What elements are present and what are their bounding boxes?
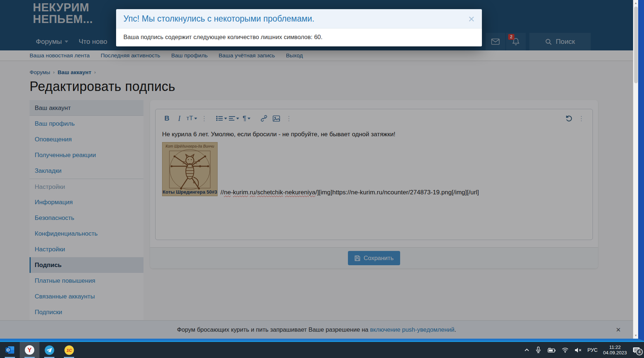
error-modal-title: Упс! Мы столкнулись с некоторыми проблем… <box>123 14 314 24</box>
action-center-button[interactable]: 4 <box>632 346 640 354</box>
outlook-icon: O <box>5 345 15 355</box>
1c-icon: 1С <box>64 345 74 355</box>
outlook-letter: O <box>6 348 9 352</box>
scrollbar-thumb[interactable] <box>634 7 638 83</box>
taskbar-apps: O Y 1С <box>0 342 79 358</box>
error-modal: Упс! Мы столкнулись с некоторыми проблем… <box>116 9 482 46</box>
taskbar-telegram-button[interactable] <box>39 342 59 358</box>
taskbar-outlook-button[interactable]: O <box>0 342 20 358</box>
system-tray: РУС 11:22 04.09.2023 4 <box>524 342 644 358</box>
browser-scrollbar[interactable]: ▲ ▼ <box>633 0 638 339</box>
notification-badge: 4 <box>636 349 643 355</box>
browser-window: НЕКУРИМ НЕПЬЕМ... Форумы Что ново <box>0 0 644 341</box>
clock-date: 04.09.2023 <box>603 350 627 355</box>
microphone-icon[interactable] <box>535 346 541 354</box>
scrollbar-down-arrow[interactable]: ▼ <box>633 334 638 337</box>
error-modal-header: Упс! Мы столкнулись с некоторыми проблем… <box>116 9 482 28</box>
clock[interactable]: 11:22 04.09.2023 <box>603 344 627 355</box>
error-modal-message: Ваша подпись содержит следующее количест… <box>116 28 482 46</box>
scrollbar-up-arrow[interactable]: ▲ <box>633 1 638 5</box>
1c-letters: 1С <box>66 348 72 353</box>
volume-muted-icon[interactable] <box>574 347 582 353</box>
taskbar-1c-button[interactable]: 1С <box>59 342 79 358</box>
language-indicator[interactable]: РУС <box>587 347 598 353</box>
yandex-letter: Y <box>27 347 32 354</box>
clock-time: 11:22 <box>603 344 627 350</box>
taskbar-yandex-browser-button[interactable]: Y <box>20 342 39 358</box>
wifi-icon[interactable] <box>561 347 569 353</box>
tray-expand-chevron-icon[interactable] <box>524 347 530 353</box>
modal-overlay[interactable] <box>0 0 633 339</box>
battery-charging-icon[interactable] <box>547 347 556 353</box>
telegram-icon <box>45 345 54 355</box>
taskbar: O Y 1С <box>0 341 644 358</box>
screen: НЕКУРИМ НЕПЬЕМ... Форумы Что ново <box>0 0 644 358</box>
page-area: НЕКУРИМ НЕПЬЕМ... Форумы Что ново <box>0 0 633 339</box>
close-icon[interactable]: × <box>468 15 475 23</box>
yandex-browser-icon: Y <box>24 345 35 355</box>
